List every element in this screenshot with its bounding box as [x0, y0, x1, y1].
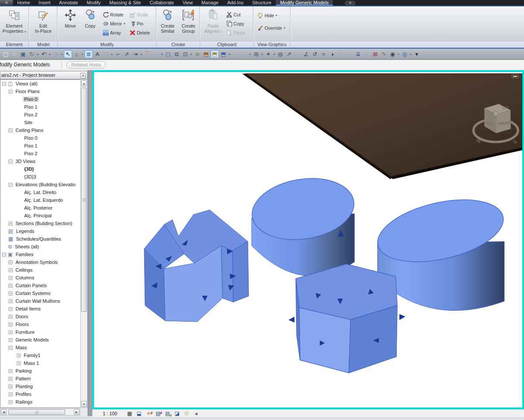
panel-label-create[interactable]: Create — [157, 41, 200, 48]
collapse-icon[interactable]: − — [9, 129, 13, 132]
render-plants-button[interactable]: ≋ — [193, 50, 202, 58]
expand-icon[interactable]: + — [9, 260, 13, 264]
viewport-minimize-icon[interactable] — [511, 74, 519, 78]
expand-icon[interactable]: + — [9, 377, 13, 381]
tab-massing-site[interactable]: Massing & Site — [105, 0, 145, 6]
tree-item-schedules-quantities[interactable]: ▦Schedules/Quantities — [0, 235, 80, 243]
tree-item--3d-[interactable]: {3D} — [0, 165, 80, 173]
dropdown-caret-icon[interactable]: ▾ — [409, 53, 412, 56]
delete-copy-icon[interactable]: ⊠ — [371, 50, 379, 58]
sort-list-button[interactable]: ⇊ — [354, 50, 362, 58]
sync-model-icon[interactable]: ↻ — [28, 50, 36, 58]
copy-clipboard-button[interactable]: Copy — [226, 20, 245, 27]
redo-icon[interactable]: ↷ — [52, 50, 60, 58]
tree-item-label[interactable]: Views (all) — [14, 81, 39, 86]
panel-label-clipboard[interactable]: Clipboard — [200, 41, 254, 48]
render-globe-button[interactable]: ◍ — [276, 50, 284, 58]
spacing-button[interactable]: ⊣ — [294, 50, 302, 58]
text-button[interactable]: A — [93, 50, 101, 58]
tree-item-ceiling-plans[interactable]: −Ceiling Plans — [0, 126, 80, 134]
tree-item-label[interactable]: Alç. Lat. Esquerdo — [23, 197, 64, 203]
edit-in-place-button[interactable]: Edit In-Place — [31, 8, 55, 34]
undo-icon[interactable]: ↶ — [40, 50, 48, 58]
save-icon[interactable]: ▣ — [19, 50, 27, 58]
expand-icon[interactable]: + — [9, 385, 13, 389]
panel-label-modify[interactable]: Modify — [58, 41, 157, 48]
create-group-button[interactable]: Create Group — [178, 8, 199, 34]
tree-item-label[interactable]: Generic Models — [14, 337, 50, 342]
dimension-icon[interactable]: ↔ — [152, 50, 160, 58]
collapse-icon[interactable]: − — [9, 346, 13, 350]
tree-item-label[interactable]: Legends — [15, 229, 35, 234]
tree-item-curtain-wall-mullions[interactable]: +Curtain Wall Mullions — [0, 297, 80, 305]
edit-brush-icon[interactable]: ✎ — [380, 50, 388, 58]
tree-item-doors[interactable]: +Doors — [0, 313, 80, 320]
dropdown-caret-icon[interactable]: ▾ — [227, 53, 231, 56]
tree-item-label[interactable]: Sections (Building Section) — [14, 221, 73, 226]
tree-item-piso-1[interactable]: Piso 1 — [0, 103, 80, 111]
arc-button[interactable]: ↺ — [311, 50, 319, 58]
chain-button[interactable]: ∞ — [345, 50, 354, 58]
vertical-scroll-thumb[interactable] — [81, 88, 87, 312]
dropdown-caret-icon[interactable]: ▾ — [397, 53, 400, 56]
layers-icon[interactable]: ⊡ — [181, 50, 189, 58]
panel-label-model[interactable]: Model — [29, 41, 58, 48]
tree-item-label[interactable]: Site — [23, 120, 34, 125]
sort-list-icon[interactable]: ⇊ — [354, 50, 362, 58]
detail-level-icon[interactable]: ▦ — [125, 410, 134, 417]
related-hosts-button[interactable]: Related Hosts — [66, 61, 106, 69]
array-button[interactable]: Array — [103, 29, 125, 36]
tree-item-annotation-symbols[interactable]: +Annotation Symbols — [0, 258, 80, 266]
dropdown-caret-icon[interactable]: ▾ — [272, 53, 276, 56]
tree-item-label[interactable]: Ceilings — [14, 267, 34, 273]
box-lighting-icon[interactable]: ⬒ — [211, 50, 219, 58]
tree-item-label[interactable]: Profiles — [14, 392, 33, 397]
align-icon[interactable]: ⌐ — [114, 50, 122, 58]
sheet-views-button[interactable]: ⊞▾ — [252, 50, 264, 58]
sync-model-button[interactable]: ↻▾ — [28, 50, 39, 58]
expand-icon[interactable]: + — [9, 276, 13, 280]
expand-icon[interactable]: + — [9, 338, 13, 342]
dropdown-caret-icon[interactable]: ▾ — [139, 53, 143, 56]
temporary-hide-icon[interactable]: ☉ — [182, 410, 191, 417]
crop-region-icon[interactable]: ◻ — [164, 50, 172, 58]
default-3d-view-button[interactable]: ⌂▾ — [73, 50, 84, 58]
override-button[interactable]: Override▾ — [257, 24, 285, 31]
tree-item-label[interactable]: Ramps — [14, 407, 32, 408]
dropdown-caret-icon[interactable]: ▾ — [48, 53, 51, 56]
copy-button[interactable]: Copy — [80, 8, 100, 28]
tree-item-label[interactable]: Alç. Principal — [23, 213, 53, 218]
tab-modify-generic-models[interactable]: Modify Generic Models — [276, 0, 333, 6]
family-tools-button[interactable]: ✦▾ — [264, 50, 276, 58]
browser-vertical-scrollbar[interactable]: ▲ ▼ — [80, 79, 88, 408]
close-icon[interactable]: ✕ — [80, 73, 86, 78]
tree-item-profiles[interactable]: +Profiles — [0, 390, 80, 398]
orient-up-button[interactable]: ⇗ — [123, 50, 131, 58]
tab-structure[interactable]: Structure — [248, 0, 276, 6]
crop-view-icon[interactable]: ◪ — [173, 410, 182, 417]
sheet-views-icon[interactable]: ⊞ — [252, 50, 260, 58]
line-tool-icon[interactable]: ╲ — [337, 50, 345, 58]
family-tools-icon[interactable]: ✦ — [264, 50, 272, 58]
modify-pointer-icon[interactable]: ↖ — [64, 50, 72, 58]
tree-item-label[interactable]: Annotation Symbols — [14, 260, 59, 265]
expand-icon[interactable]: + — [9, 222, 13, 226]
expand-icon[interactable]: + — [9, 315, 13, 319]
expand-icon[interactable]: + — [9, 330, 13, 334]
open-folder-button[interactable]: ▱ — [10, 50, 19, 58]
tree-item-label[interactable]: {3D} — [23, 166, 35, 172]
tree-item-label[interactable]: Mass — [14, 345, 28, 350]
expand-icon[interactable]: + — [9, 268, 13, 272]
tree-item-family1[interactable]: +Family1 — [0, 351, 80, 359]
dropdown-caret-icon[interactable]: ▾ — [189, 53, 193, 56]
tree-item-label[interactable]: {3D}3 — [23, 174, 38, 179]
angle-icon[interactable]: ∠ — [302, 50, 310, 58]
tree-item-mass[interactable]: −Mass — [0, 344, 80, 351]
tree-item-generic-models[interactable]: +Generic Models — [0, 336, 80, 344]
panel-label-view-graphics[interactable]: View Graphics — [254, 41, 290, 48]
render-globe-icon[interactable]: ◍ — [276, 50, 284, 58]
tree-item-label[interactable]: Piso 0 — [23, 135, 39, 141]
tree-item-label[interactable]: Furniture — [14, 329, 36, 335]
orient-up-icon[interactable]: ⇗ — [123, 50, 131, 58]
spline-button[interactable]: ≈ — [319, 50, 328, 58]
